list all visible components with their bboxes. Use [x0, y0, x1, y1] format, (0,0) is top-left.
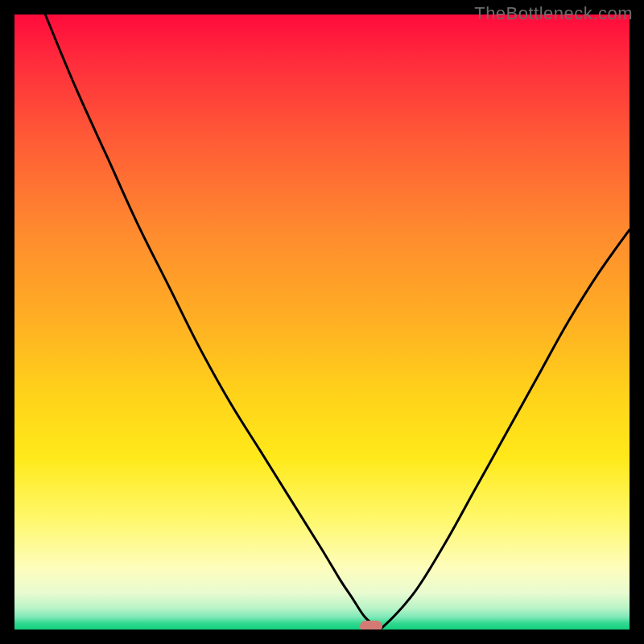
chart-frame: TheBottleneck.com	[0, 0, 644, 644]
plot-area	[14, 14, 630, 630]
watermark-text: TheBottleneck.com	[474, 3, 633, 24]
bottleneck-curve	[14, 14, 630, 630]
optimal-marker	[360, 621, 382, 630]
